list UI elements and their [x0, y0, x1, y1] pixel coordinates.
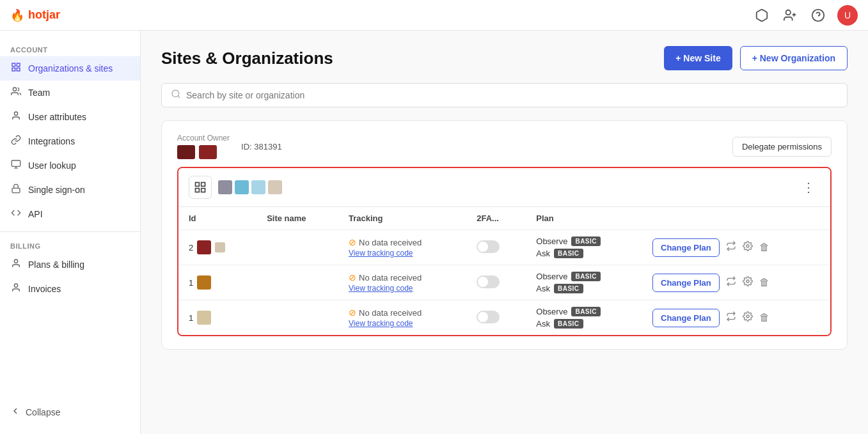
- hotjar-logo[interactable]: 🔥 hotjar: [10, 8, 60, 22]
- collapse-arrow-icon: [10, 406, 20, 418]
- team-icon: [10, 86, 22, 99]
- svg-line-18: [178, 96, 180, 98]
- search-bar: [161, 83, 848, 107]
- svg-rect-20: [201, 183, 205, 187]
- row2-id-text: 1: [189, 278, 193, 288]
- sites-section: ⋮ Id Site name Tracking 2FA... Plan: [177, 167, 832, 336]
- row2-site-name: [256, 265, 338, 300]
- sidebar-label-user-lookup: User lookup: [28, 160, 76, 171]
- sidebar-label-integrations: Integrations: [28, 136, 75, 146]
- row2-tracking-status: No data received: [359, 273, 422, 283]
- sidebar-item-user-attributes[interactable]: User attributes: [0, 105, 140, 129]
- site-swatch-2: [235, 180, 249, 194]
- svg-point-10: [14, 112, 17, 115]
- sidebar-footer: Collapse: [0, 400, 140, 424]
- owner-swatch-1: [177, 145, 195, 159]
- row2-delete-icon[interactable]: 🗑: [759, 277, 769, 288]
- row1-tracking: ⊘ No data received View tracking code: [338, 230, 466, 265]
- user-plus-icon[interactable]: [781, 6, 799, 24]
- sidebar-label-single-sign-on: Single sign-on: [28, 185, 85, 195]
- billing-icon: [10, 258, 22, 271]
- row1-transfer-icon[interactable]: [726, 241, 736, 254]
- row3-observe-plan: BASIC: [571, 307, 601, 316]
- search-input[interactable]: [186, 90, 838, 100]
- row3-view-tracking-link[interactable]: View tracking code: [349, 319, 456, 328]
- account-owner-label: Account Owner: [177, 134, 230, 143]
- no-data-icon-2: ⊘: [349, 272, 356, 283]
- svg-rect-14: [12, 188, 20, 192]
- row2-id-cell: 1: [178, 265, 256, 300]
- row3-delete-icon[interactable]: 🗑: [759, 312, 769, 323]
- puzzle-icon[interactable]: [753, 6, 771, 24]
- row3-2fa-toggle[interactable]: [477, 311, 500, 323]
- sidebar-item-plans-billing[interactable]: Plans & billing: [0, 252, 140, 277]
- invoices-icon: [10, 283, 22, 295]
- svg-rect-21: [196, 189, 200, 192]
- integrations-icon: [10, 135, 22, 148]
- user-avatar[interactable]: U: [837, 5, 858, 26]
- col-2fa: 2FA...: [466, 207, 526, 230]
- collapse-button[interactable]: Collapse: [0, 400, 140, 424]
- site-icon-box: [189, 176, 212, 199]
- row1-2fa-toggle[interactable]: [477, 240, 500, 253]
- row1-actions: Change Plan 🗑: [642, 230, 830, 265]
- sidebar-item-user-lookup[interactable]: User lookup: [0, 153, 140, 178]
- sidebar-item-api[interactable]: API: [0, 202, 140, 226]
- row2-change-plan-button[interactable]: Change Plan: [652, 274, 720, 292]
- row2-transfer-icon[interactable]: [726, 276, 736, 289]
- header-buttons: + New Site + New Organization: [664, 46, 848, 70]
- sidebar-label-plans-billing: Plans & billing: [28, 260, 84, 270]
- sidebar-item-integrations[interactable]: Integrations: [0, 129, 140, 153]
- row1-change-plan-button[interactable]: Change Plan: [652, 238, 720, 257]
- org-card-header: Account Owner ID: 381391 Delegate permis…: [177, 134, 832, 159]
- new-site-button[interactable]: + New Site: [664, 46, 732, 70]
- row3-tracking-status: No data received: [359, 308, 422, 318]
- row2-2fa-toggle[interactable]: [477, 275, 500, 288]
- row1-settings-icon[interactable]: [743, 241, 753, 254]
- row3-plan: Observe BASIC Ask BASIC: [526, 300, 642, 336]
- new-organization-button[interactable]: + New Organization: [740, 46, 848, 70]
- user-lookup-icon: [10, 159, 22, 172]
- sidebar-label-user-attributes: User attributes: [28, 112, 86, 122]
- row3-actions: Change Plan 🗑: [642, 300, 830, 336]
- sidebar-item-invoices[interactable]: Invoices: [0, 277, 140, 301]
- sidebar-label-team: Team: [28, 88, 50, 98]
- top-nav: 🔥 hotjar U: [0, 0, 868, 31]
- org-info: Account Owner ID: 381391: [177, 134, 282, 159]
- table-row: 1 ⊘ No data received: [178, 265, 830, 300]
- row1-site-name: [256, 230, 338, 265]
- sidebar: Account Organizations & sites Team User …: [0, 31, 141, 434]
- row2-tracking: ⊘ No data received View tracking code: [338, 265, 466, 300]
- svg-rect-8: [17, 68, 20, 71]
- sidebar-item-single-sign-on[interactable]: Single sign-on: [0, 178, 140, 202]
- delegate-permissions-button[interactable]: Delegate permissions: [732, 137, 832, 157]
- row2-plan: Observe BASIC Ask BASIC: [526, 265, 642, 300]
- svg-point-16: [14, 284, 17, 287]
- row2-settings-icon[interactable]: [743, 276, 753, 289]
- svg-rect-7: [12, 68, 15, 71]
- sidebar-item-organizations-sites[interactable]: Organizations & sites: [0, 56, 140, 81]
- billing-section-label: Billing: [0, 237, 140, 252]
- more-options-button[interactable]: ⋮: [797, 177, 820, 198]
- sidebar-label-api: API: [28, 209, 43, 219]
- row1-id-cell: 2: [178, 230, 256, 265]
- row2-view-tracking-link[interactable]: View tracking code: [349, 284, 456, 293]
- collapse-label: Collapse: [26, 407, 60, 417]
- row3-transfer-icon[interactable]: [726, 311, 736, 324]
- row3-change-plan-button[interactable]: Change Plan: [652, 309, 720, 327]
- sidebar-item-team[interactable]: Team: [0, 81, 140, 105]
- help-icon[interactable]: [809, 6, 827, 24]
- row3-site-name: [256, 300, 338, 336]
- row1-id-text: 2: [189, 243, 193, 252]
- row1-delete-icon[interactable]: 🗑: [759, 242, 769, 253]
- svg-point-9: [13, 88, 16, 91]
- svg-point-15: [14, 260, 17, 263]
- row3-observe-label: Observe: [536, 307, 567, 316]
- row1-view-tracking-link[interactable]: View tracking code: [349, 249, 456, 258]
- owner-swatch-2: [199, 145, 217, 159]
- page-header: Sites & Organizations + New Site + New O…: [161, 46, 848, 70]
- svg-point-25: [746, 315, 749, 318]
- row3-settings-icon[interactable]: [743, 311, 753, 324]
- logo-area: 🔥 hotjar: [10, 8, 60, 22]
- row3-id-cell: 1: [178, 300, 256, 336]
